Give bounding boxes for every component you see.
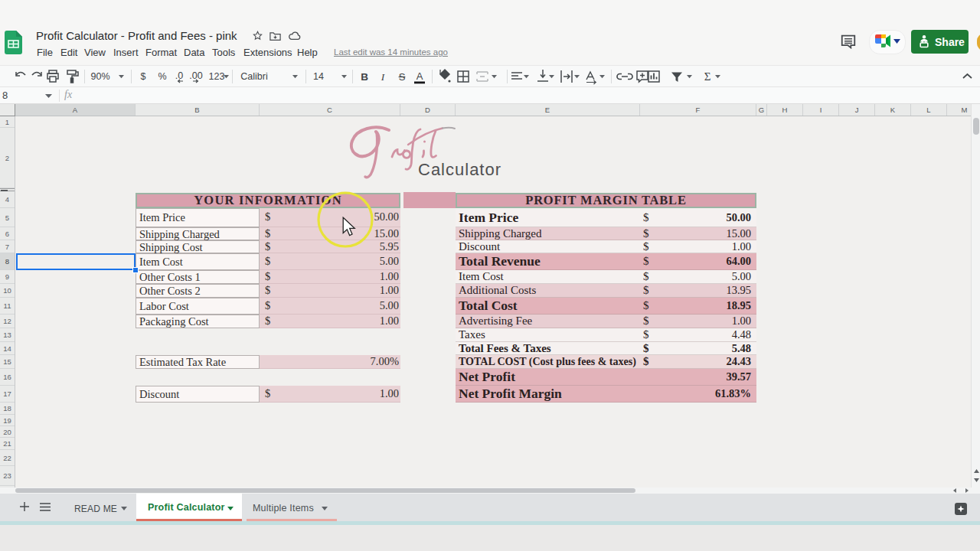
- svg-text:123: 123: [209, 71, 225, 82]
- svg-text:%: %: [158, 71, 166, 82]
- svg-text:Calibri: Calibri: [240, 71, 267, 82]
- svg-text:.00: .00: [189, 70, 202, 81]
- svg-text:90%: 90%: [90, 71, 109, 82]
- svg-text:$: $: [141, 71, 146, 82]
- svg-text:.0: .0: [175, 70, 183, 81]
- svg-text:Σ: Σ: [704, 70, 711, 83]
- svg-text:S: S: [399, 71, 406, 83]
- svg-text:A: A: [416, 70, 423, 82]
- svg-text:I: I: [381, 71, 386, 83]
- svg-text:B: B: [361, 71, 368, 83]
- svg-text:Calculator: Calculator: [418, 160, 501, 179]
- svg-text:14: 14: [313, 71, 324, 82]
